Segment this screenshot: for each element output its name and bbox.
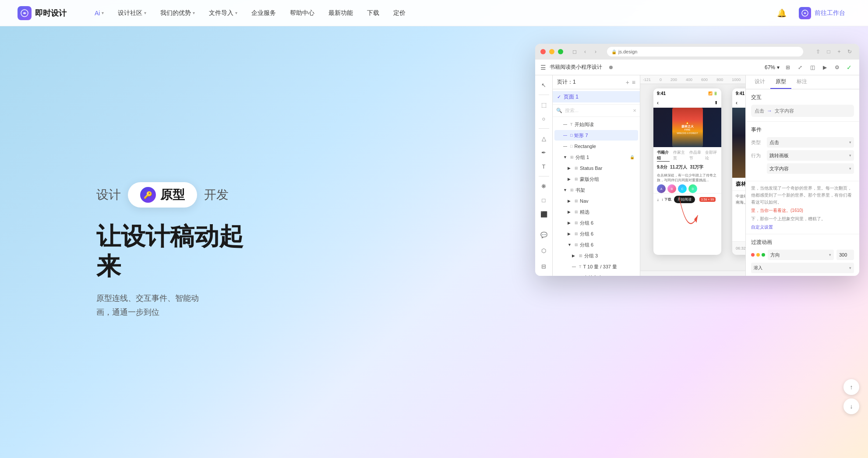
nav-advantage[interactable]: 我们的优势 ▾ [154,7,201,20]
event-target-select[interactable]: 文字内容 ▾ [767,163,854,174]
tab-prototype[interactable]: 原型 [770,75,791,89]
image-tool[interactable]: ⬛ [538,208,550,220]
layer-group6c[interactable]: ▼ ⊞ 分组 6 [554,240,638,250]
scroll-to-bottom-button[interactable]: ↓ [843,398,859,414]
layer-featured[interactable]: ▶ ⊞ 精选 [554,207,638,217]
rect-tool[interactable]: □ [538,194,550,206]
group-icon: ⊞ [575,177,578,181]
event-action-select[interactable]: 跳转画板 ▾ [767,150,854,161]
key-icon: 🔑 [140,187,156,203]
hero-description: 原型连线、交互事件、智能动 画，通通一步到位 [96,291,254,320]
bookmark-icon[interactable]: □ [824,47,833,56]
pen-tool[interactable]: ✒ [538,146,550,159]
select-tool[interactable]: ↖ [538,79,550,91]
page-item-1[interactable]: ✓ 页面 1 [553,91,640,102]
layer-search[interactable]: 🔍 搜索... ✕ [553,105,640,117]
group-icon: ⊞ [575,166,578,170]
avatar-3: C [678,184,687,193]
layer-fire-forest[interactable]: — T 森林之火 [554,272,638,276]
interaction-section: 交互 点击 → 文字内容 [746,89,859,122]
circle-tool[interactable]: ○ [538,113,550,125]
zoom-control[interactable]: 67% ▾ [765,64,780,70]
layer-10items[interactable]: — T T 10 量 / 337 量 [554,261,638,272]
start-reading-button[interactable]: 开始阅读 [674,196,695,203]
layer-statusbar[interactable]: ▶ ⊞ Status Bar [554,163,638,173]
check-icon[interactable]: ✓ [844,63,854,72]
nav-ai[interactable]: Ai ▾ [88,7,110,19]
browser-forward-icon[interactable]: ‹ [581,47,589,56]
browser-maximize-dot[interactable] [558,49,563,54]
browser-minimize-dot[interactable] [549,49,554,54]
bell-icon[interactable]: 🔔 [777,8,787,18]
interaction-flow[interactable]: 点击 → 文字内容 [751,105,854,117]
layer-group6a[interactable]: ▶ ⊞ 分组 6 [554,218,638,228]
back-arrow-2-icon: ‹ [736,100,737,106]
layers-tree: — T 开始阅读 — □ 矩形 7 — □ Rectangle [553,117,640,276]
share-icon[interactable]: ⇧ [814,47,822,56]
layer-group6b[interactable]: ▶ ⊞ 分组 6 [554,229,638,239]
layer-group3[interactable]: ▶ ⊞ 分组 3 [554,250,638,261]
layer-start-reading[interactable]: — T 开始阅读 [554,119,638,130]
divider [539,128,549,129]
settings-icon[interactable]: ⚙ [832,63,842,72]
workspace-button[interactable]: 前往工作台 [794,4,850,22]
nav-import[interactable]: 文件导入 ▾ [203,7,243,20]
fire-book-cover: 🔥 森林之火 FIRE WRECKS A FOREST [672,108,703,147]
book-text-content: 中途端风暴改变在太平洋中的一个南海上... [732,191,745,208]
browser-back-icon[interactable]: ◻ [570,47,579,56]
layer-rect7[interactable]: — □ 矩形 7 [554,130,638,141]
nav-enterprise[interactable]: 企业服务 [245,7,282,20]
close-search-icon[interactable]: ✕ [633,108,636,113]
play-icon[interactable]: ▶ [820,63,829,72]
comment-tool[interactable]: 💬 [538,229,550,241]
animation-section: 过渡动画 方向 ▾ 300 [746,234,859,276]
canvas-area[interactable]: -121 0 200 400 600 800 1000 1200 1400 9:… [640,75,745,276]
triangle-tool[interactable]: △ [538,132,550,144]
browser-url-bar[interactable]: 🔒 js.design [607,47,803,56]
menu-icon[interactable]: ☰ [540,64,546,71]
plugin-tool[interactable]: ⬡ [538,244,550,257]
canvas-scrollbar[interactable] [640,271,745,276]
layer-mask-group1[interactable]: ▶ ⊞ 蒙版分组 [554,174,638,184]
refresh-icon[interactable]: ↻ [845,47,854,56]
logo[interactable]: 即时设计 [18,6,67,20]
anim-type-select[interactable]: 溶入 ▾ [751,263,854,273]
browser-close-dot[interactable] [540,49,546,54]
tab-design[interactable]: 设计 [749,75,770,89]
book-stats: 9.8分 11.2万人 31万字 [657,164,718,170]
logo-text: 即时设计 [35,8,67,18]
avatar-4: D [688,184,697,193]
expand-icon: ▶ [568,210,573,214]
nav-community[interactable]: 设计社区 ▾ [112,7,152,20]
direction-label: 方向 [770,252,780,258]
nav-pricing[interactable]: 定价 [387,7,412,20]
layer-bookshelf[interactable]: ▼ ⊞ 书架 [554,185,638,195]
browser-next-icon[interactable]: › [591,47,600,56]
more-pages-icon[interactable]: ≡ [632,79,635,86]
event-type-select[interactable]: 点击 ▾ [767,137,854,148]
fixed-right-buttons: ↑ ↓ [843,379,859,414]
frame-tool[interactable]: ⬚ [538,99,550,111]
expand-icon[interactable]: ⤢ [795,63,805,72]
anim-direction-select[interactable]: 方向 ▾ [768,250,834,260]
new-tab-icon[interactable]: + [835,47,843,56]
resource-tool[interactable]: ⊟ [538,260,550,272]
expand-icon: ▼ [568,243,573,247]
custom-settings-link[interactable]: 自定义设置 [751,224,854,230]
nav-download[interactable]: 下载 [361,7,385,20]
component-tool[interactable]: ❋ [538,180,550,192]
layer-nav[interactable]: ▶ ⊞ Nav [554,196,638,206]
long-text-3: 下，那你一个上想象空间里，糟糕了。 [751,215,854,222]
scroll-to-top-button[interactable]: ↑ [843,379,859,395]
nav-new-features[interactable]: 最新功能 [322,7,359,20]
text-tool[interactable]: T [538,160,550,173]
tab-annotation[interactable]: 标注 [791,75,812,89]
layer-group1[interactable]: ▼ ⊞ 分组 1 🔒 [554,152,638,162]
anim-duration-value[interactable]: 300 [836,250,854,260]
layers-icon[interactable]: ◫ [808,63,817,72]
nav-help[interactable]: 帮助中心 [284,7,321,20]
grid-icon[interactable]: ⊞ [783,63,793,72]
book-description: 在丛林深处，有一位少年踏上了传奇之旅，与同伴们共同面对重重挑战... [657,173,718,183]
layer-rectangle[interactable]: — □ Rectangle [554,141,638,151]
add-page-button[interactable]: + [626,79,629,86]
